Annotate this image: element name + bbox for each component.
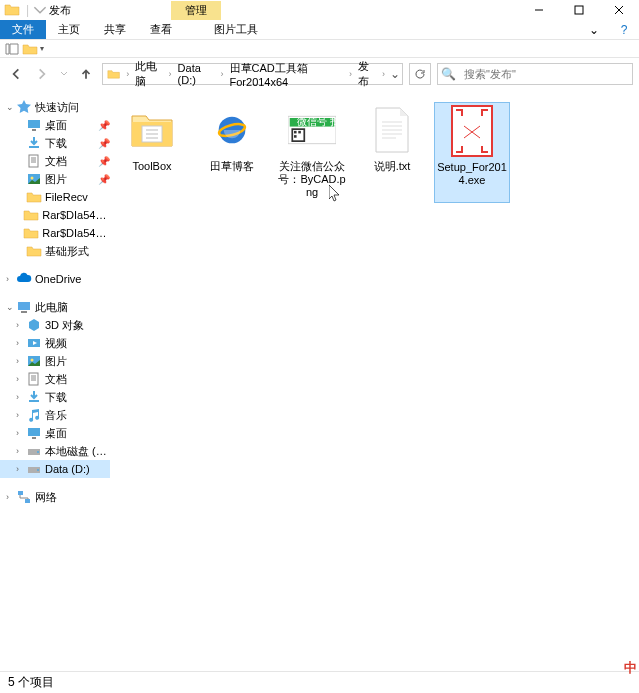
tree-item[interactable]: ›Data (D:) — [0, 460, 110, 478]
file-name: 说明.txt — [374, 160, 411, 173]
close-button[interactable] — [599, 0, 639, 20]
cloud-icon — [16, 271, 32, 287]
up-button[interactable] — [76, 64, 96, 84]
tree-item[interactable]: 下载📌 — [0, 134, 110, 152]
file-item[interactable]: 田草博客 — [194, 102, 270, 203]
maximize-button[interactable] — [559, 0, 599, 20]
pin-icon: 📌 — [98, 138, 110, 149]
folder-icon — [23, 207, 39, 223]
ribbon-contextual-tab[interactable]: 管理 — [171, 1, 221, 20]
chevron-right-icon[interactable]: › — [16, 392, 26, 402]
breadcrumb-1[interactable]: Data (D:) — [174, 62, 219, 86]
qat-dropdown-icon[interactable] — [33, 3, 47, 17]
window-title: 发布 — [49, 3, 71, 18]
tree-quick-access[interactable]: ⌄ 快速访问 — [0, 98, 110, 116]
help-button[interactable]: ? — [609, 23, 639, 37]
chevron-right-icon[interactable]: › — [6, 274, 16, 284]
file-item[interactable]: 微信号 扫关注微信公众号：ByCAD.png — [274, 102, 350, 203]
search-icon: 🔍 — [438, 67, 458, 81]
tree-item[interactable]: ›文档 — [0, 370, 110, 388]
tree-item[interactable]: ›桌面 — [0, 424, 110, 442]
tab-home[interactable]: 主页 — [46, 20, 92, 39]
tree-item[interactable]: 图片📌 — [0, 170, 110, 188]
tree-item[interactable]: FileRecv — [0, 188, 110, 206]
breadcrumb-3[interactable]: 发布 — [354, 59, 380, 89]
folder-icon — [26, 189, 42, 205]
search-input[interactable] — [458, 68, 632, 80]
chevron-right-icon[interactable]: › — [347, 69, 354, 79]
tree-item[interactable]: Rar$DIa5448.2013 — [0, 224, 110, 242]
svg-rect-33 — [452, 106, 492, 156]
pictures-icon — [26, 353, 42, 369]
tab-share[interactable]: 共享 — [92, 20, 138, 39]
svg-rect-20 — [18, 491, 23, 495]
chevron-right-icon[interactable]: › — [219, 69, 226, 79]
svg-point-6 — [31, 177, 34, 180]
quick-access-toolbar — [33, 3, 47, 17]
breadcrumb-0[interactable]: 此电脑 — [131, 59, 166, 89]
svg-rect-14 — [28, 428, 40, 436]
chevron-right-icon[interactable]: › — [16, 410, 26, 420]
address-bar[interactable]: › 此电脑 › Data (D:) › 田草CAD工具箱For2014x64 ›… — [102, 63, 403, 85]
svg-rect-30 — [298, 131, 301, 134]
chevron-right-icon[interactable]: › — [16, 338, 26, 348]
file-name: ToolBox — [132, 160, 171, 173]
folder-small-icon[interactable] — [22, 41, 38, 57]
file-list[interactable]: ToolBox田草博客微信号 扫关注微信公众号：ByCAD.png说明.txtS… — [110, 90, 639, 671]
toolbar-dropdown-icon[interactable]: ▾ — [40, 44, 44, 53]
folder-icon — [23, 225, 39, 241]
tree-item[interactable]: ›音乐 — [0, 406, 110, 424]
tree-onedrive[interactable]: › OneDrive — [0, 270, 110, 288]
chevron-right-icon[interactable]: › — [16, 320, 26, 330]
nav-pane-toggle-icon[interactable] — [4, 41, 20, 57]
file-item[interactable]: 说明.txt — [354, 102, 430, 203]
documents-icon — [26, 371, 42, 387]
tree-item[interactable]: 基础形式 — [0, 242, 110, 260]
video-icon — [26, 335, 42, 351]
chevron-right-icon[interactable]: › — [167, 69, 174, 79]
tree-item[interactable]: ›下载 — [0, 388, 110, 406]
tree-item[interactable]: 文档📌 — [0, 152, 110, 170]
chevron-right-icon[interactable]: › — [16, 428, 26, 438]
forward-button[interactable] — [32, 64, 52, 84]
file-name: 田草博客 — [210, 160, 254, 173]
chevron-right-icon[interactable]: › — [124, 69, 131, 79]
svg-point-11 — [31, 359, 34, 362]
svg-rect-8 — [21, 311, 27, 313]
file-item[interactable]: ToolBox — [114, 102, 190, 203]
tree-item[interactable]: ›本地磁盘 (C:) — [0, 442, 110, 460]
pictures-icon — [26, 171, 42, 187]
refresh-button[interactable] — [409, 63, 431, 85]
address-dropdown-icon[interactable]: ⌄ — [387, 67, 402, 81]
chevron-right-icon[interactable]: › — [16, 356, 26, 366]
chevron-down-icon[interactable]: ⌄ — [6, 302, 16, 312]
breadcrumb-2[interactable]: 田草CAD工具箱For2014x64 — [226, 61, 347, 88]
tab-picture-tools[interactable]: 图片工具 — [202, 20, 270, 39]
chevron-right-icon[interactable]: › — [6, 492, 16, 502]
navigation-pane[interactable]: ⌄ 快速访问 桌面📌下载📌文档📌图片📌FileRecvRar$DIa5448.1… — [0, 90, 110, 671]
tree-item[interactable]: Rar$DIa5448.1694 — [0, 206, 110, 224]
minimize-button[interactable] — [519, 0, 559, 20]
back-button[interactable] — [6, 64, 26, 84]
tree-this-pc[interactable]: ⌄ 此电脑 — [0, 298, 110, 316]
chevron-right-icon[interactable]: › — [16, 374, 26, 384]
file-item[interactable]: Setup_For2014.exe — [434, 102, 510, 203]
svg-rect-29 — [294, 131, 297, 134]
tree-item[interactable]: ›3D 对象 — [0, 316, 110, 334]
tab-file[interactable]: 文件 — [0, 20, 46, 39]
ribbon-collapse-button[interactable]: ⌄ — [579, 23, 609, 37]
tree-network[interactable]: › 网络 — [0, 488, 110, 506]
ime-indicator[interactable]: 中 — [624, 659, 637, 677]
svg-rect-13 — [29, 400, 39, 402]
tree-item[interactable]: ›图片 — [0, 352, 110, 370]
chevron-down-icon[interactable]: ⌄ — [6, 102, 16, 112]
chevron-right-icon[interactable]: › — [16, 446, 26, 456]
chevron-right-icon[interactable]: › — [16, 464, 26, 474]
tab-view[interactable]: 查看 — [138, 20, 184, 39]
search-box[interactable]: 🔍 — [437, 63, 633, 85]
svg-text:微信号 扫: 微信号 扫 — [297, 116, 336, 127]
tree-item[interactable]: 桌面📌 — [0, 116, 110, 134]
tree-item[interactable]: ›视频 — [0, 334, 110, 352]
recent-dropdown-button[interactable] — [58, 64, 70, 84]
chevron-right-icon[interactable]: › — [380, 69, 387, 79]
